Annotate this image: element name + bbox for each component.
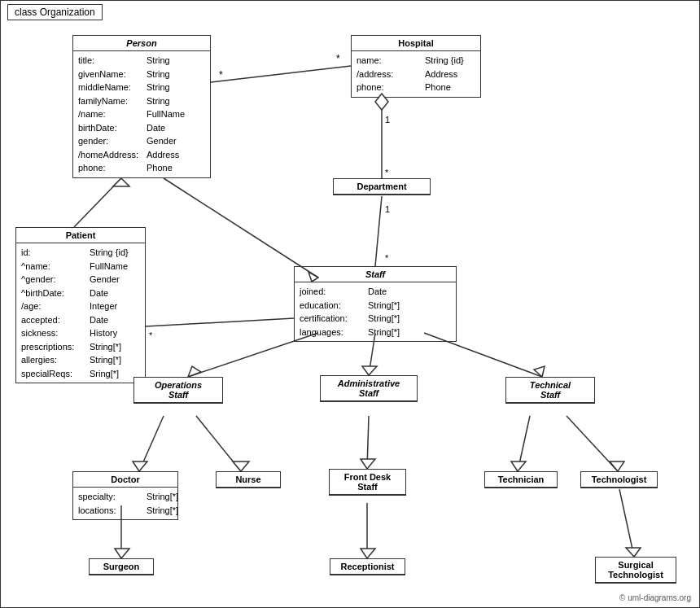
- surgeon-class-name: Surgeon: [90, 559, 153, 575]
- technician-class-name: Technician: [485, 472, 557, 488]
- svg-line-22: [139, 416, 164, 471]
- operations-staff-class: Operations Staff: [133, 377, 223, 404]
- staff-class-attrs: joined:Date education:String[*] certific…: [295, 282, 456, 341]
- svg-marker-35: [361, 549, 375, 558]
- svg-line-28: [518, 416, 530, 471]
- svg-line-14: [146, 318, 294, 326]
- svg-text:*: *: [385, 168, 389, 177]
- person-class-attrs: title:String givenName:String middleName…: [73, 51, 210, 177]
- patient-class-name: Patient: [16, 228, 145, 243]
- svg-line-0: [211, 66, 351, 82]
- svg-marker-4: [113, 178, 129, 186]
- surgeon-class: Surgeon: [89, 558, 154, 575]
- svg-line-26: [367, 416, 369, 469]
- hospital-class: Hospital name:String {id} /address:Addre…: [351, 35, 481, 98]
- svg-marker-33: [115, 549, 129, 558]
- svg-text:*: *: [219, 69, 223, 81]
- doctor-class: Doctor specialty:String[*] locations:Str…: [72, 471, 178, 520]
- receptionist-class: Receptionist: [330, 558, 405, 575]
- svg-line-5: [164, 178, 318, 278]
- svg-marker-19: [362, 366, 377, 375]
- hospital-class-attrs: name:String {id} /address:Address phone:…: [352, 51, 480, 97]
- administrative-staff-class: Administrative Staff: [320, 375, 418, 402]
- svg-line-24: [196, 416, 241, 471]
- technologist-class-name: Technologist: [581, 472, 657, 488]
- person-class: Person title:String givenName:String mid…: [72, 35, 211, 178]
- surgical-technologist-name: Surgical Technologist: [596, 558, 676, 583]
- technician-class: Technician: [484, 471, 558, 488]
- nurse-class: Nurse: [216, 471, 281, 488]
- front-desk-staff-class: Front Desk Staff: [329, 469, 406, 496]
- uml-diagram: class Organization Person title:String g…: [0, 0, 700, 608]
- patient-class-attrs: id:String {id} ^name:FullName ^gender:Ge…: [16, 243, 145, 383]
- technologist-class: Technologist: [580, 471, 658, 488]
- surgical-technologist-class: Surgical Technologist: [595, 557, 676, 584]
- department-class: Department: [333, 178, 431, 195]
- svg-line-36: [619, 489, 634, 557]
- front-desk-staff-name: Front Desk Staff: [330, 470, 405, 495]
- staff-class: Staff joined:Date education:String[*] ce…: [294, 266, 457, 342]
- operations-staff-name: Operations Staff: [134, 378, 222, 403]
- technical-staff-name: Technical Staff: [506, 378, 594, 403]
- svg-text:*: *: [149, 330, 153, 340]
- nurse-class-name: Nurse: [217, 472, 280, 488]
- svg-line-3: [74, 178, 121, 227]
- svg-text:*: *: [336, 53, 340, 64]
- copyright: © uml-diagrams.org: [619, 593, 691, 602]
- svg-marker-23: [133, 461, 147, 471]
- svg-marker-17: [188, 366, 201, 377]
- doctor-class-name: Doctor: [73, 472, 177, 488]
- svg-marker-27: [361, 459, 375, 469]
- technical-staff-class: Technical Staff: [505, 377, 595, 404]
- doctor-class-attrs: specialty:String[*] locations:String[*]: [73, 488, 177, 519]
- svg-marker-29: [511, 461, 526, 471]
- svg-marker-25: [233, 461, 249, 471]
- svg-text:1: 1: [385, 115, 390, 125]
- department-class-name: Department: [334, 179, 430, 195]
- svg-text:1: 1: [385, 204, 390, 214]
- hospital-class-name: Hospital: [352, 36, 480, 51]
- patient-class: Patient id:String {id} ^name:FullName ^g…: [15, 227, 146, 383]
- administrative-staff-name: Administrative Staff: [321, 376, 417, 401]
- staff-class-name: Staff: [295, 267, 456, 282]
- person-class-name: Person: [73, 36, 210, 51]
- svg-marker-21: [534, 366, 545, 377]
- receptionist-class-name: Receptionist: [330, 559, 405, 575]
- svg-marker-37: [626, 548, 641, 557]
- svg-line-30: [567, 416, 618, 471]
- svg-line-11: [375, 196, 382, 266]
- diagram-title: class Organization: [7, 4, 103, 20]
- svg-text:*: *: [385, 253, 389, 263]
- svg-marker-31: [610, 461, 624, 471]
